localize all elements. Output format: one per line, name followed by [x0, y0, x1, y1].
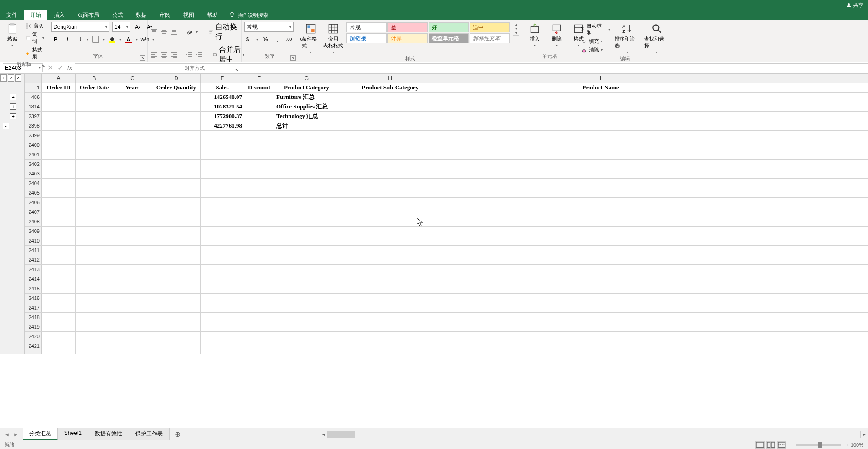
cell-D2415[interactable] [152, 284, 201, 293]
cell-F2422[interactable] [244, 351, 274, 354]
cell-B2398[interactable] [76, 121, 113, 130]
cell-H2410[interactable] [339, 236, 441, 245]
tab-pagelayout[interactable]: 页面布局 [71, 10, 106, 20]
underline-button[interactable]: U [75, 35, 84, 44]
align-middle-button[interactable] [160, 27, 168, 36]
format-painter-button[interactable]: 格式刷 [25, 46, 45, 61]
cell-H2402[interactable] [339, 160, 441, 169]
cell-B2412[interactable] [76, 255, 113, 264]
cell-G2405[interactable] [274, 188, 339, 197]
cell-H1[interactable]: Product Sub-Category [339, 83, 441, 92]
row-header-2415[interactable]: 2415 [25, 284, 42, 293]
cell-I2402[interactable] [441, 160, 760, 169]
cell-F2399[interactable] [244, 131, 274, 140]
row-header-2416[interactable]: 2416 [25, 294, 42, 303]
cell-I2404[interactable] [441, 179, 760, 188]
cell-A2404[interactable] [42, 179, 76, 188]
cell-A2416[interactable] [42, 294, 76, 303]
increase-font-button[interactable]: A▴ [133, 22, 142, 31]
cell-I2403[interactable] [441, 169, 760, 178]
cell-G2415[interactable] [274, 284, 339, 293]
cell-H2401[interactable] [339, 150, 441, 159]
column-header-B[interactable]: B [76, 74, 113, 83]
tab-view[interactable]: 视图 [177, 10, 201, 20]
cell-I2416[interactable] [441, 294, 760, 303]
cell-style-4[interactable]: 超链接 [346, 33, 387, 43]
cell-B2421[interactable] [76, 341, 113, 351]
cell-C2414[interactable] [113, 274, 152, 284]
cell-I2421[interactable] [441, 341, 760, 351]
cell-G486[interactable]: Furniture 汇总 [274, 93, 339, 102]
cell-F2414[interactable] [244, 274, 274, 284]
cell-H2406[interactable] [339, 198, 441, 207]
cell-C2421[interactable] [113, 341, 152, 351]
copy-button[interactable]: 复制▾ [25, 31, 45, 45]
cell-H2418[interactable] [339, 313, 441, 322]
cell-F2407[interactable] [244, 207, 274, 217]
cell-G2398[interactable]: 总计 [274, 121, 339, 130]
row-header-2403[interactable]: 2403 [25, 169, 42, 178]
increase-decimal-button[interactable]: .00 [284, 35, 294, 44]
cell-I2415[interactable] [441, 284, 760, 293]
cell-A2399[interactable] [42, 131, 76, 140]
cell-H2407[interactable] [339, 207, 441, 217]
cell-E2408[interactable] [201, 217, 244, 226]
row-header-2412[interactable]: 2412 [25, 255, 42, 264]
cell-A2409[interactable] [42, 227, 76, 236]
row-header-2399[interactable]: 2399 [25, 131, 42, 140]
row-header-2422[interactable]: 2422 [25, 351, 42, 354]
cell-E486[interactable]: 1426540.07 [201, 93, 244, 102]
cell-F2397[interactable] [244, 112, 274, 121]
cell-D2407[interactable] [152, 207, 201, 217]
cell-style-5[interactable]: 计算 [388, 33, 428, 43]
cell-I2410[interactable] [441, 236, 760, 245]
column-header-F[interactable]: F [244, 74, 274, 83]
cell-C2422[interactable] [113, 351, 152, 354]
cell-G2407[interactable] [274, 207, 339, 217]
conditional-format-button[interactable]: 条件格式▾ [301, 22, 320, 55]
font-color-button[interactable]: A [124, 35, 133, 44]
cell-H2412[interactable] [339, 255, 441, 264]
cell-H2411[interactable] [339, 246, 441, 255]
cell-G2420[interactable] [274, 332, 339, 341]
cell-B2409[interactable] [76, 227, 113, 236]
row-header-2410[interactable]: 2410 [25, 236, 42, 245]
sheet-tab-2[interactable]: 数据有效性 [88, 428, 129, 440]
cell-F2421[interactable] [244, 341, 274, 351]
cell-F2417[interactable] [244, 303, 274, 312]
select-all-corner[interactable] [25, 74, 42, 83]
cell-F2398[interactable] [244, 121, 274, 130]
cell-H2397[interactable] [339, 112, 441, 121]
align-left-button[interactable] [150, 50, 158, 59]
row-header-2405[interactable]: 2405 [25, 188, 42, 197]
cell-C2401[interactable] [113, 150, 152, 159]
cell-H2400[interactable] [339, 140, 441, 150]
cell-B2410[interactable] [76, 236, 113, 245]
row-header-2404[interactable]: 2404 [25, 179, 42, 188]
cell-I2405[interactable] [441, 188, 760, 197]
cell-H2413[interactable] [339, 265, 441, 274]
cell-style-2[interactable]: 好 [429, 22, 469, 32]
border-button[interactable] [91, 35, 100, 44]
sheet-tab-0[interactable]: 分类汇总 [23, 428, 58, 440]
cell-A2421[interactable] [42, 341, 76, 351]
cell-F2403[interactable] [244, 169, 274, 178]
cut-button[interactable]: 剪切 [25, 22, 45, 30]
cell-A2411[interactable] [42, 246, 76, 255]
sheet-prev-button[interactable]: ◄ [5, 432, 10, 437]
cell-F1814[interactable] [244, 102, 274, 111]
outline-toggle-0[interactable]: + [10, 94, 16, 100]
cell-D2406[interactable] [152, 198, 201, 207]
cell-C2419[interactable] [113, 322, 152, 331]
cell-G2417[interactable] [274, 303, 339, 312]
cell-E2405[interactable] [201, 188, 244, 197]
outline-level-2[interactable]: 2 [8, 74, 14, 82]
cell-H486[interactable] [339, 93, 441, 102]
cell-C2405[interactable] [113, 188, 152, 197]
cell-I2413[interactable] [441, 265, 760, 274]
cell-D486[interactable] [152, 93, 201, 102]
cell-C2413[interactable] [113, 265, 152, 274]
orientation-button[interactable]: ab [186, 27, 193, 36]
cell-E2398[interactable]: 4227761.98 [201, 121, 244, 130]
row-header-1814[interactable]: 1814 [25, 102, 42, 111]
